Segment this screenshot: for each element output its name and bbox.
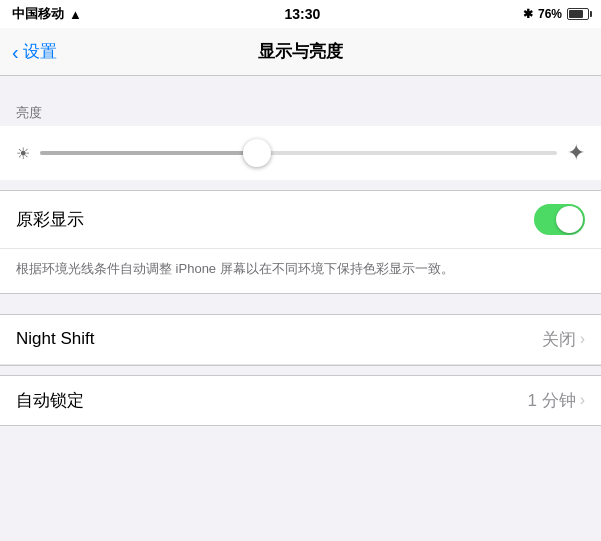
brightness-fill (40, 151, 257, 155)
battery-fill (569, 10, 583, 18)
night-shift-label: Night Shift (16, 329, 94, 349)
true-tone-description: 根据环境光线条件自动调整 iPhone 屏幕以在不同环境下保持色彩显示一致。 (16, 259, 585, 279)
brightness-label: 亮度 (0, 96, 601, 126)
battery-container (567, 8, 589, 20)
status-bar-left: 中国移动 ▲ (12, 5, 82, 23)
true-tone-label: 原彩显示 (16, 208, 84, 231)
nav-bar: ‹ 设置 显示与亮度 (0, 28, 601, 76)
toggle-thumb (556, 206, 583, 233)
auto-lock-value: 1 分钟 (527, 389, 575, 412)
page-title: 显示与亮度 (258, 40, 343, 63)
status-bar: 中国移动 ▲ 13:30 ✱ 76% (0, 0, 601, 28)
night-shift-item[interactable]: Night Shift 关闭 › (0, 315, 601, 365)
section-gap-2 (0, 180, 601, 190)
auto-lock-right: 1 分钟 › (527, 389, 585, 412)
brightness-row: ☀ ✦ (0, 126, 601, 180)
status-bar-time: 13:30 (285, 6, 321, 22)
battery-icon (567, 8, 589, 20)
sun-small-icon: ☀ (16, 144, 30, 163)
back-button[interactable]: ‹ 设置 (12, 40, 57, 63)
chevron-right-icon-lock: › (580, 391, 585, 409)
description-row: 根据环境光线条件自动调整 iPhone 屏幕以在不同环境下保持色彩显示一致。 (0, 249, 601, 293)
section-gap-3 (0, 294, 601, 314)
true-tone-row: 原彩显示 (0, 191, 601, 249)
chevron-left-icon: ‹ (12, 42, 19, 62)
auto-lock-label: 自动锁定 (16, 389, 84, 412)
list-section: Night Shift 关闭 › 自动锁定 1 分钟 › (0, 314, 601, 426)
status-bar-right: ✱ 76% (523, 7, 589, 21)
carrier-text: 中国移动 (12, 5, 64, 23)
bluetooth-icon: ✱ (523, 7, 533, 21)
battery-percent: 76% (538, 7, 562, 21)
content-area: 亮度 ☀ ✦ 原彩显示 根据环境光线条件自动调整 iPhone 屏幕以在不同环境… (0, 76, 601, 426)
brightness-slider[interactable] (40, 151, 557, 155)
true-tone-section: 原彩显示 根据环境光线条件自动调整 iPhone 屏幕以在不同环境下保持色彩显示… (0, 190, 601, 294)
night-shift-right: 关闭 › (542, 328, 585, 351)
brightness-thumb[interactable] (243, 139, 271, 167)
wifi-icon: ▲ (69, 7, 82, 22)
back-label: 设置 (23, 40, 57, 63)
chevron-right-icon-night: › (580, 330, 585, 348)
sun-large-icon: ✦ (567, 140, 585, 166)
section-gap-1 (0, 76, 601, 96)
night-shift-value: 关闭 (542, 328, 576, 351)
true-tone-toggle[interactable] (534, 204, 585, 235)
section-gap-4 (0, 365, 601, 375)
auto-lock-item[interactable]: 自动锁定 1 分钟 › (0, 375, 601, 425)
